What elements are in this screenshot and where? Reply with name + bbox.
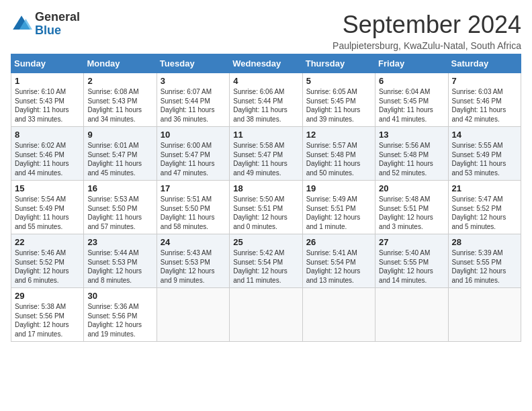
day-number: 5: [306, 76, 371, 86]
day-detail: Sunrise: 5:55 AMSunset: 5:49 PMDaylight:…: [452, 141, 517, 177]
table-cell: 1Sunrise: 6:10 AMSunset: 5:43 PMDaylight…: [11, 73, 84, 127]
day-detail: Sunrise: 5:51 AMSunset: 5:50 PMDaylight:…: [161, 195, 226, 231]
table-cell: 28Sunrise: 5:39 AMSunset: 5:55 PMDayligh…: [448, 234, 521, 288]
day-number: 4: [233, 76, 298, 86]
day-number: 8: [15, 130, 80, 140]
day-number: 17: [161, 183, 226, 193]
calendar-week-4: 22Sunrise: 5:46 AMSunset: 5:52 PMDayligh…: [11, 234, 521, 288]
title-section: September 2024 Paulpietersburg, KwaZulu-…: [332, 11, 521, 51]
month-title: September 2024: [332, 11, 521, 39]
day-detail: Sunrise: 5:43 AMSunset: 5:53 PMDaylight:…: [161, 248, 226, 285]
table-cell: 15Sunrise: 5:54 AMSunset: 5:49 PMDayligh…: [11, 181, 84, 234]
table-cell: 8Sunrise: 6:02 AMSunset: 5:46 PMDaylight…: [11, 127, 84, 181]
day-detail: Sunrise: 5:58 AMSunset: 5:47 PMDaylight:…: [233, 141, 298, 177]
header-thursday: Thursday: [302, 54, 375, 73]
location-subtitle: Paulpietersburg, KwaZulu-Natal, South Af…: [332, 40, 521, 51]
weekday-header-row: Sunday Monday Tuesday Wednesday Thursday…: [11, 54, 521, 73]
day-number: 9: [87, 130, 152, 140]
table-cell: 19Sunrise: 5:49 AMSunset: 5:51 PMDayligh…: [302, 181, 375, 234]
header-sunday: Sunday: [11, 54, 84, 73]
calendar-week-3: 15Sunrise: 5:54 AMSunset: 5:49 PMDayligh…: [11, 181, 521, 234]
day-number: 15: [15, 183, 80, 193]
day-number: 22: [15, 237, 80, 247]
day-number: 30: [87, 291, 152, 301]
day-detail: Sunrise: 6:01 AMSunset: 5:47 PMDaylight:…: [87, 141, 152, 177]
header-monday: Monday: [84, 54, 157, 73]
day-number: 2: [87, 76, 152, 86]
table-cell: 22Sunrise: 5:46 AMSunset: 5:52 PMDayligh…: [11, 234, 84, 288]
day-number: 20: [379, 183, 444, 193]
day-detail: Sunrise: 5:54 AMSunset: 5:49 PMDaylight:…: [15, 195, 80, 231]
day-number: 3: [161, 76, 226, 86]
logo-general: General: [35, 10, 80, 24]
day-detail: Sunrise: 5:53 AMSunset: 5:50 PMDaylight:…: [87, 195, 152, 231]
day-number: 26: [306, 237, 371, 247]
day-detail: Sunrise: 5:41 AMSunset: 5:54 PMDaylight:…: [306, 248, 371, 285]
logo-text: General Blue: [35, 11, 80, 38]
day-detail: Sunrise: 5:47 AMSunset: 5:52 PMDaylight:…: [452, 195, 517, 231]
day-detail: Sunrise: 6:04 AMSunset: 5:45 PMDaylight:…: [379, 87, 444, 124]
table-cell: 12Sunrise: 5:57 AMSunset: 5:48 PMDayligh…: [302, 127, 375, 181]
table-cell: 29Sunrise: 5:38 AMSunset: 5:56 PMDayligh…: [11, 288, 84, 342]
day-number: 27: [379, 237, 444, 247]
table-cell: [230, 288, 302, 342]
table-cell: 18Sunrise: 5:50 AMSunset: 5:51 PMDayligh…: [230, 181, 302, 234]
logo-blue: Blue: [35, 24, 61, 37]
calendar-table: Sunday Monday Tuesday Wednesday Thursday…: [11, 54, 521, 342]
day-detail: Sunrise: 5:40 AMSunset: 5:55 PMDaylight:…: [379, 248, 444, 285]
day-detail: Sunrise: 6:06 AMSunset: 5:44 PMDaylight:…: [233, 87, 298, 124]
table-cell: 25Sunrise: 5:42 AMSunset: 5:54 PMDayligh…: [230, 234, 302, 288]
page-header: General Blue September 2024 Paulpietersb…: [11, 11, 521, 51]
logo-icon: [11, 13, 32, 35]
day-number: 18: [233, 183, 298, 193]
day-number: 23: [87, 237, 152, 247]
day-detail: Sunrise: 5:39 AMSunset: 5:55 PMDaylight:…: [452, 248, 517, 285]
table-cell: 23Sunrise: 5:44 AMSunset: 5:53 PMDayligh…: [84, 234, 157, 288]
day-detail: Sunrise: 5:42 AMSunset: 5:54 PMDaylight:…: [233, 248, 298, 285]
calendar-week-1: 1Sunrise: 6:10 AMSunset: 5:43 PMDaylight…: [11, 73, 521, 127]
calendar-week-2: 8Sunrise: 6:02 AMSunset: 5:46 PMDaylight…: [11, 127, 521, 181]
day-detail: Sunrise: 5:48 AMSunset: 5:51 PMDaylight:…: [379, 195, 444, 231]
day-number: 10: [161, 130, 226, 140]
table-cell: 24Sunrise: 5:43 AMSunset: 5:53 PMDayligh…: [157, 234, 229, 288]
table-cell: [375, 288, 448, 342]
table-cell: 26Sunrise: 5:41 AMSunset: 5:54 PMDayligh…: [302, 234, 375, 288]
calendar-week-5: 29Sunrise: 5:38 AMSunset: 5:56 PMDayligh…: [11, 288, 521, 342]
table-cell: [302, 288, 375, 342]
table-cell: 11Sunrise: 5:58 AMSunset: 5:47 PMDayligh…: [230, 127, 302, 181]
day-detail: Sunrise: 6:05 AMSunset: 5:45 PMDaylight:…: [306, 87, 371, 124]
day-number: 1: [15, 76, 80, 86]
day-number: 24: [161, 237, 226, 247]
day-number: 13: [379, 130, 444, 140]
day-detail: Sunrise: 5:46 AMSunset: 5:52 PMDaylight:…: [15, 248, 80, 285]
table-cell: 3Sunrise: 6:07 AMSunset: 5:44 PMDaylight…: [157, 73, 229, 127]
day-number: 19: [306, 183, 371, 193]
table-cell: 20Sunrise: 5:48 AMSunset: 5:51 PMDayligh…: [375, 181, 448, 234]
table-cell: 5Sunrise: 6:05 AMSunset: 5:45 PMDaylight…: [302, 73, 375, 127]
table-cell: 4Sunrise: 6:06 AMSunset: 5:44 PMDaylight…: [230, 73, 302, 127]
header-friday: Friday: [375, 54, 448, 73]
day-number: 7: [452, 76, 517, 86]
day-number: 12: [306, 130, 371, 140]
table-cell: 17Sunrise: 5:51 AMSunset: 5:50 PMDayligh…: [157, 181, 229, 234]
day-detail: Sunrise: 6:02 AMSunset: 5:46 PMDaylight:…: [15, 141, 80, 177]
day-detail: Sunrise: 5:56 AMSunset: 5:48 PMDaylight:…: [379, 141, 444, 177]
table-cell: 14Sunrise: 5:55 AMSunset: 5:49 PMDayligh…: [448, 127, 521, 181]
day-detail: Sunrise: 6:07 AMSunset: 5:44 PMDaylight:…: [161, 87, 226, 124]
table-cell: 6Sunrise: 6:04 AMSunset: 5:45 PMDaylight…: [375, 73, 448, 127]
day-number: 29: [15, 291, 80, 301]
day-number: 16: [87, 183, 152, 193]
day-detail: Sunrise: 6:10 AMSunset: 5:43 PMDaylight:…: [15, 87, 80, 124]
table-cell: [448, 288, 521, 342]
day-detail: Sunrise: 6:00 AMSunset: 5:47 PMDaylight:…: [161, 141, 226, 177]
table-cell: 30Sunrise: 5:36 AMSunset: 5:56 PMDayligh…: [84, 288, 157, 342]
day-detail: Sunrise: 5:38 AMSunset: 5:56 PMDaylight:…: [15, 302, 80, 338]
day-detail: Sunrise: 6:08 AMSunset: 5:43 PMDaylight:…: [87, 87, 152, 124]
day-detail: Sunrise: 5:50 AMSunset: 5:51 PMDaylight:…: [233, 195, 298, 231]
header-saturday: Saturday: [448, 54, 521, 73]
day-detail: Sunrise: 5:36 AMSunset: 5:56 PMDaylight:…: [87, 302, 152, 338]
table-cell: 21Sunrise: 5:47 AMSunset: 5:52 PMDayligh…: [448, 181, 521, 234]
day-number: 25: [233, 237, 298, 247]
header-tuesday: Tuesday: [157, 54, 229, 73]
day-number: 14: [452, 130, 517, 140]
